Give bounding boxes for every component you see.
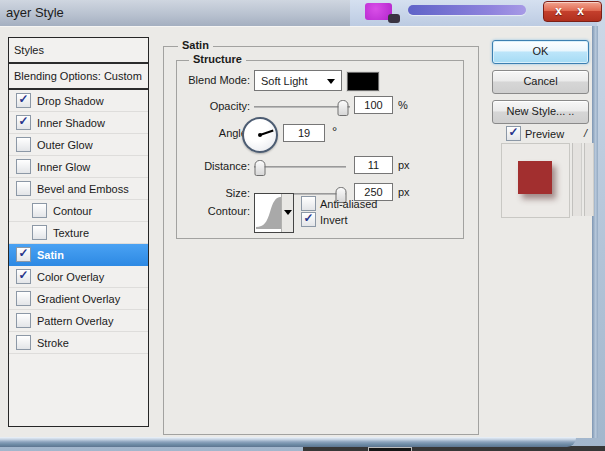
- size-label: Size:: [176, 187, 250, 201]
- close-button[interactable]: x x: [543, 1, 602, 22]
- collage-sliver-strip: [572, 143, 582, 216]
- style-item-outer-glow[interactable]: Outer Glow: [9, 134, 148, 156]
- checkbox-texture[interactable]: [32, 225, 47, 240]
- style-item-bevel-emboss[interactable]: Bevel and Emboss: [9, 178, 148, 200]
- style-item-texture[interactable]: Texture: [9, 222, 148, 244]
- styles-header: Styles: [9, 38, 148, 64]
- checkbox-contour[interactable]: [32, 203, 47, 218]
- preview-checkbox[interactable]: ✓: [506, 126, 521, 141]
- invert-checkbox[interactable]: ✓: [301, 212, 316, 227]
- styles-list: Styles Blending Options: Custom ✓ Drop S…: [8, 37, 149, 427]
- preview-red-square: [518, 161, 552, 194]
- checkbox-inner-shadow[interactable]: ✓: [16, 115, 31, 130]
- checkbox-stroke[interactable]: [16, 335, 31, 350]
- blend-mode-dropdown[interactable]: Soft Light: [254, 70, 342, 91]
- style-item-gradient-overlay[interactable]: Gradient Overlay: [9, 288, 148, 310]
- collage-artifact-dots: ..: [568, 105, 574, 117]
- style-item-contour[interactable]: Contour: [9, 200, 148, 222]
- opacity-slider[interactable]: [254, 99, 350, 115]
- collage-sliver-strip: [584, 143, 594, 216]
- window-bottom-edge: [0, 437, 576, 447]
- chevron-down-icon: [327, 79, 335, 84]
- window-right-edge: [592, 26, 598, 438]
- preview-option[interactable]: ✓ Preview: [506, 126, 564, 141]
- checkbox-outer-glow[interactable]: [16, 137, 31, 152]
- distance-slider-thumb[interactable]: [255, 160, 266, 176]
- contour-label: Contour:: [176, 205, 250, 219]
- dark-blob-decoration: [388, 14, 400, 23]
- angle-dial[interactable]: [242, 117, 278, 153]
- style-item-inner-glow[interactable]: Inner Glow: [9, 156, 148, 178]
- style-item-pattern-overlay[interactable]: Pattern Overlay: [9, 310, 148, 332]
- opacity-label: Opacity:: [176, 100, 250, 114]
- checkbox-gradient-overlay[interactable]: [16, 291, 31, 306]
- taskbar-box-decoration: [368, 447, 412, 451]
- checkbox-bevel-emboss[interactable]: [16, 181, 31, 196]
- style-item-satin[interactable]: ✓ Satin: [9, 244, 148, 266]
- distance-unit: px: [398, 159, 410, 171]
- checkbox-color-overlay[interactable]: ✓: [16, 269, 31, 284]
- checkbox-pattern-overlay[interactable]: [16, 313, 31, 328]
- opacity-slider-thumb[interactable]: [338, 100, 349, 116]
- invert-option[interactable]: ✓ Invert: [301, 212, 348, 227]
- close-icon: x x: [555, 4, 590, 18]
- opacity-unit: %: [398, 99, 408, 111]
- anti-aliased-checkbox[interactable]: [301, 196, 316, 211]
- checkbox-drop-shadow[interactable]: ✓: [16, 93, 31, 108]
- dialog-title: ayer Style: [6, 5, 64, 20]
- chevron-down-icon: [284, 210, 292, 215]
- satin-color-swatch[interactable]: [347, 72, 379, 91]
- cancel-button[interactable]: Cancel: [492, 70, 589, 94]
- distance-label: Distance:: [176, 160, 250, 174]
- style-item-stroke[interactable]: Stroke: [9, 332, 148, 354]
- blending-options-item[interactable]: Blending Options: Custom: [9, 64, 148, 90]
- blend-mode-label: Blend Mode:: [176, 74, 250, 88]
- style-item-color-overlay[interactable]: ✓ Color Overlay: [9, 266, 148, 288]
- collage-artifact-slash: /: [584, 127, 587, 139]
- checkbox-satin[interactable]: ✓: [16, 247, 31, 262]
- preview-thumbnail: [501, 143, 570, 218]
- angle-unit: °: [332, 124, 337, 139]
- structure-group-title: Structure: [189, 53, 246, 65]
- anti-aliased-option[interactable]: Anti-aliased: [301, 196, 377, 211]
- style-item-drop-shadow[interactable]: ✓ Drop Shadow: [9, 90, 148, 112]
- checkbox-inner-glow[interactable]: [16, 159, 31, 174]
- screenshot-root: ayer Style x x Styles Blending Options: …: [0, 0, 605, 451]
- satin-group-title: Satin: [178, 39, 213, 51]
- contour-curve-icon: [255, 194, 281, 230]
- style-item-inner-shadow[interactable]: ✓ Inner Shadow: [9, 112, 148, 134]
- distance-slider[interactable]: [254, 159, 346, 175]
- angle-label: Angle:: [176, 127, 250, 141]
- opacity-input[interactable]: 100: [354, 96, 393, 114]
- size-unit: px: [398, 186, 410, 198]
- distance-input[interactable]: 11: [354, 156, 393, 174]
- new-style-button[interactable]: New Style... ..: [492, 100, 589, 124]
- ok-button[interactable]: OK: [492, 40, 589, 64]
- angle-input[interactable]: 19: [283, 124, 325, 142]
- purple-bar-decoration: [408, 5, 526, 15]
- contour-dropdown-arrow[interactable]: [281, 194, 293, 232]
- contour-thumbnail[interactable]: [254, 193, 294, 233]
